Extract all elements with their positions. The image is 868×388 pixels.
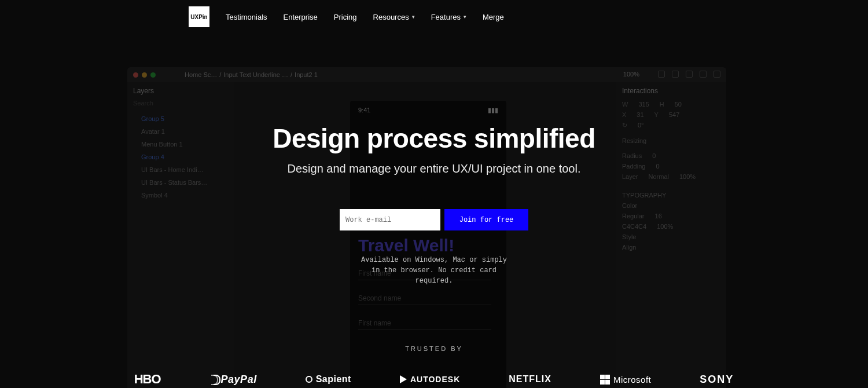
- page-headline: Design process simplified: [273, 123, 595, 154]
- page-subheadline: Design and manage your entire UX/UI proj…: [288, 162, 581, 175]
- autodesk-icon: [400, 375, 407, 383]
- nav-features[interactable]: Features ▾: [431, 13, 466, 21]
- join-free-button[interactable]: Join for free: [444, 209, 528, 230]
- signup-form: Join for free: [340, 209, 528, 230]
- hero: Design process simplified Design and man…: [0, 0, 868, 388]
- microsoft-icon: [600, 375, 610, 385]
- paypal-icon: [209, 375, 218, 384]
- availability-note: Available on Windows, Mac or simply in t…: [356, 255, 512, 286]
- brand-hbo: HBO: [134, 372, 161, 387]
- nav-testimonials[interactable]: Testimonials: [226, 13, 267, 21]
- top-nav: UXPin Testimonials Enterprise Pricing Re…: [0, 0, 868, 34]
- nav-features-label: Features: [431, 13, 461, 21]
- logo[interactable]: UXPin: [189, 6, 209, 27]
- brand-sapient: Sapient: [306, 374, 351, 385]
- nav-enterprise[interactable]: Enterprise: [284, 13, 318, 21]
- nav-merge[interactable]: Merge: [483, 13, 504, 21]
- brand-paypal-label: PayPal: [221, 374, 257, 386]
- brand-autodesk-label: AUTODESK: [410, 375, 460, 384]
- brand-microsoft-label: Microsoft: [613, 375, 651, 385]
- nav-resources[interactable]: Resources ▾: [373, 13, 415, 21]
- chevron-down-icon: ▾: [464, 14, 466, 20]
- chevron-down-icon: ▾: [412, 14, 415, 20]
- sapient-icon: [306, 376, 312, 383]
- brand-autodesk: AUTODESK: [400, 375, 460, 384]
- brand-netflix: NETFLIX: [509, 374, 551, 385]
- brand-sony: SONY: [700, 374, 734, 386]
- trusted-by-label: TRUSTED BY: [405, 345, 463, 352]
- brand-logos: HBO PayPal Sapient AUTODESK NETFLIX Micr…: [134, 372, 734, 387]
- brand-microsoft: Microsoft: [600, 375, 651, 385]
- nav-pricing[interactable]: Pricing: [334, 13, 357, 21]
- brand-sapient-label: Sapient: [316, 374, 351, 385]
- email-input[interactable]: [340, 209, 440, 230]
- brand-paypal: PayPal: [209, 374, 257, 386]
- nav-resources-label: Resources: [373, 13, 409, 21]
